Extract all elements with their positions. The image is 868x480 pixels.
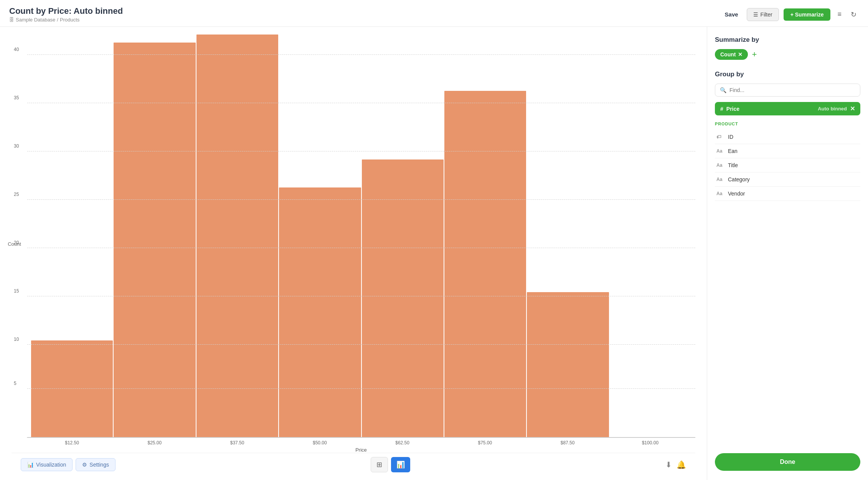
chart-area: Count 403530252015105 $12.50$25.00$37.50… (0, 27, 707, 480)
x-axis: $12.50$25.00$37.50$50.00$62.50$75.00$87.… (27, 438, 695, 445)
field-type-icon: Aa (716, 148, 724, 154)
field-name: Title (728, 162, 738, 168)
hash-icon: # (720, 106, 723, 112)
price-chip-auto-label: Auto binned (818, 106, 847, 112)
bottom-left-buttons: 📊 Visualization ⚙ Settings (21, 458, 116, 471)
main-content: Count 403530252015105 $12.50$25.00$37.50… (0, 27, 868, 480)
field-name: Vendor (728, 191, 745, 197)
breadcrumb-icon: 🗄 (9, 17, 14, 23)
field-name: Category (728, 176, 750, 182)
breadcrumb-table: Products (60, 17, 79, 23)
header-left: Count by Price: Auto binned 🗄 Sample Dat… (9, 6, 123, 23)
bar-group[interactable] (610, 35, 691, 437)
right-panel: Summarize by Count ✕ + Group by 🔍 # (707, 27, 868, 480)
bar (444, 91, 526, 437)
group-by-title: Group by (715, 71, 860, 78)
x-tick-label: $100.00 (609, 438, 691, 445)
x-tick-label: $50.00 (279, 438, 361, 445)
bar (196, 35, 278, 437)
bar-group[interactable] (114, 35, 195, 437)
group-by-search[interactable]: 🔍 (715, 84, 860, 97)
bottom-center-buttons: ⊞ 📊 (371, 457, 410, 472)
field-type-icon: 🏷 (716, 134, 724, 140)
filter-label: Filter (761, 12, 772, 18)
chart-wrapper: Count 403530252015105 $12.50$25.00$37.50… (12, 35, 695, 453)
summarize-button[interactable]: + Summarize (784, 8, 831, 21)
x-axis-label: Price (27, 447, 695, 453)
bar (362, 159, 444, 437)
sort-icon-button[interactable]: ≡ (835, 8, 844, 21)
add-metric-button[interactable]: + (752, 49, 757, 59)
bottom-right-buttons: ⬇ 🔔 (665, 460, 686, 469)
breadcrumb-separator: / (57, 17, 58, 23)
chart-inner: 403530252015105 $12.50$25.00$37.50$50.00… (27, 35, 695, 453)
bar-group[interactable] (279, 35, 361, 437)
chart-plot: 403530252015105 (27, 35, 695, 438)
field-name: ID (728, 134, 733, 140)
x-tick-label: $12.50 (31, 438, 113, 445)
field-name: Ean (728, 148, 738, 154)
summarize-chips: Count ✕ + (715, 49, 860, 60)
x-tick-label: $37.50 (196, 438, 279, 445)
breadcrumb: 🗄 Sample Database / Products (9, 17, 123, 23)
save-button[interactable]: Save (721, 9, 742, 20)
header-actions: Save ☰ Filter + Summarize ≡ ↻ (721, 8, 859, 21)
price-chip-label: Price (726, 106, 815, 112)
bar-group[interactable] (444, 35, 526, 437)
count-chip[interactable]: Count ✕ (715, 49, 748, 60)
bar (279, 187, 361, 437)
header: Count by Price: Auto binned 🗄 Sample Dat… (0, 0, 868, 27)
search-icon: 🔍 (720, 87, 726, 93)
field-type-icon: Aa (716, 191, 724, 196)
settings-label: Settings (89, 462, 109, 468)
field-item[interactable]: 🏷ID (715, 130, 860, 144)
field-type-icon: Aa (716, 163, 724, 168)
filter-button[interactable]: ☰ Filter (747, 8, 779, 21)
settings-button[interactable]: ⚙ Settings (76, 458, 116, 471)
field-item[interactable]: AaTitle (715, 158, 860, 173)
bar-group[interactable] (527, 35, 609, 437)
breadcrumb-database: Sample Database (16, 17, 55, 23)
price-chip[interactable]: # Price Auto binned ✕ (715, 102, 860, 115)
field-item[interactable]: AaCategory (715, 173, 860, 187)
field-type-icon: Aa (716, 177, 724, 182)
summarize-title: Summarize by (715, 36, 860, 44)
chart-view-button[interactable]: 📊 (391, 457, 410, 472)
product-category-label: PRODUCT (715, 122, 860, 126)
x-tick-label: $75.00 (444, 438, 526, 445)
bar-group[interactable] (362, 35, 444, 437)
x-tick-label: $25.00 (113, 438, 196, 445)
settings-icon: ⚙ (82, 462, 87, 468)
bar (527, 292, 609, 437)
count-chip-label: Count (720, 51, 736, 58)
visualization-button[interactable]: 📊 Visualization (21, 458, 73, 471)
search-input[interactable] (729, 87, 855, 93)
bar (114, 43, 195, 437)
download-button[interactable]: ⬇ (665, 460, 672, 469)
viz-label: Visualization (36, 462, 66, 468)
x-tick-label: $87.50 (526, 438, 609, 445)
filter-icon: ☰ (753, 12, 758, 18)
field-item[interactable]: AaEan (715, 144, 860, 158)
summarize-section: Summarize by Count ✕ + (715, 36, 860, 60)
bars-container (27, 35, 695, 437)
notify-button[interactable]: 🔔 (677, 460, 686, 469)
bar-group[interactable] (31, 35, 113, 437)
bar-group[interactable] (196, 35, 278, 437)
count-chip-close[interactable]: ✕ (738, 51, 743, 58)
bar (31, 340, 113, 437)
field-item[interactable]: AaVendor (715, 187, 860, 201)
group-by-section: Group by 🔍 # Price Auto binned ✕ PRODUCT… (715, 71, 860, 201)
refresh-button[interactable]: ↻ (848, 8, 859, 21)
field-list: 🏷IDAaEanAaTitleAaCategoryAaVendor (715, 130, 860, 201)
done-button[interactable]: Done (715, 453, 860, 471)
page-title: Count by Price: Auto binned (9, 6, 123, 16)
y-axis-label: Count (8, 241, 21, 247)
price-chip-close[interactable]: ✕ (850, 105, 855, 112)
x-tick-label: $62.50 (361, 438, 444, 445)
bottom-toolbar: 📊 Visualization ⚙ Settings ⊞ 📊 ⬇ 🔔 (12, 453, 695, 476)
table-view-button[interactable]: ⊞ (371, 457, 388, 472)
viz-icon: 📊 (27, 462, 34, 468)
